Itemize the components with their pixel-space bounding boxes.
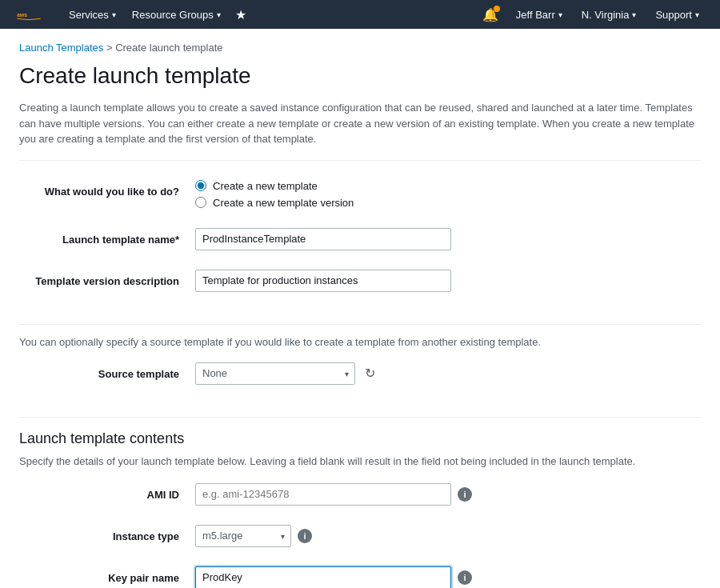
template-name-wrap (195, 228, 701, 250)
instance-type-select[interactable]: m5.large t2.micro t3.medium c5.large (195, 525, 291, 547)
form-row-template-desc: Template version description (19, 266, 701, 295)
key-pair-input[interactable] (195, 566, 451, 589)
refresh-icon: ↻ (365, 366, 375, 381)
form-row-intent: What would you like to do? Create a new … (19, 177, 701, 212)
radio-new-version[interactable] (195, 197, 206, 208)
instance-type-select-container: m5.large t2.micro t3.medium c5.large ▾ (195, 525, 291, 547)
form-row-source: Source template None ▾ ↻ (19, 359, 701, 388)
nav-region[interactable]: N. Virginia ▾ (574, 0, 645, 29)
nav-right: 🔔 Jeff Barr ▾ N. Virginia ▾ Support ▾ (482, 0, 707, 29)
aws-logo[interactable]: aws (13, 5, 45, 24)
top-nav: aws Services ▾ Resource Groups ▾ ★ 🔔 Jef… (0, 0, 720, 29)
nav-services[interactable]: Services ▾ (61, 0, 124, 29)
favorites-icon[interactable]: ★ (235, 7, 246, 22)
instance-type-info-icon[interactable]: i (298, 529, 312, 543)
intent-controls: Create a new template Create a new templ… (195, 180, 701, 209)
source-hint: You can optionally specify a source temp… (19, 336, 701, 348)
contents-hint: Specify the details of your launch templ… (19, 455, 701, 467)
template-desc-input[interactable] (195, 270, 451, 292)
form-row-template-name: Launch template name* (19, 225, 701, 254)
nav-resource-groups[interactable]: Resource Groups ▾ (124, 0, 229, 29)
radio-new-template-label: Create a new template (213, 180, 318, 192)
source-select-container: None ▾ (195, 362, 355, 385)
template-name-input[interactable] (195, 228, 451, 250)
radio-new-version-label: Create a new template version (213, 197, 354, 209)
key-pair-label: Key pair name (19, 566, 195, 586)
radio-new-version-item[interactable]: Create a new template version (195, 197, 701, 209)
contents-header: Launch template contents (19, 418, 701, 447)
form-row-ami: AMI ID i (19, 480, 701, 509)
nav-support[interactable]: Support ▾ (647, 0, 707, 29)
source-control-wrap: None ▾ ↻ (195, 362, 701, 385)
template-desc-label: Template version description (19, 270, 195, 289)
instance-type-label: Instance type (19, 525, 195, 544)
source-refresh-button[interactable]: ↻ (362, 364, 378, 382)
breadcrumb-parent-link[interactable]: Launch Templates (19, 42, 103, 54)
template-name-label: Launch template name* (19, 228, 195, 247)
key-pair-info-icon[interactable]: i (458, 570, 472, 585)
form-row-instance-type: Instance type m5.large t2.micro t3.mediu… (19, 522, 701, 550)
support-chevron-icon: ▾ (695, 10, 699, 19)
radio-new-template[interactable] (195, 180, 206, 191)
key-pair-control-wrap: i (195, 566, 701, 589)
main-content: Launch Templates > Create launch templat… (0, 29, 720, 588)
resource-groups-chevron-icon: ▾ (217, 10, 221, 19)
instance-type-wrap: m5.large t2.micro t3.medium c5.large ▾ i (195, 525, 701, 547)
page-description: Creating a launch template allows you to… (19, 100, 701, 161)
breadcrumb: Launch Templates > Create launch templat… (19, 42, 701, 54)
svg-text:aws: aws (17, 12, 27, 18)
source-template-select[interactable]: None (195, 362, 355, 385)
nav-user[interactable]: Jeff Barr ▾ (508, 0, 570, 29)
ami-control-wrap: i (195, 483, 701, 506)
services-chevron-icon: ▾ (112, 10, 116, 19)
breadcrumb-current: Create launch template (115, 42, 222, 54)
ami-info-icon[interactable]: i (458, 487, 472, 502)
form-section-intent: What would you like to do? Create a new … (19, 177, 701, 325)
notification-dot (494, 6, 500, 12)
form-row-key-pair: Key pair name i (19, 563, 701, 589)
user-chevron-icon: ▾ (558, 10, 562, 19)
source-label: Source template (19, 362, 195, 382)
intent-label: What would you like to do? (19, 180, 195, 199)
radio-new-template-item[interactable]: Create a new template (195, 180, 701, 192)
ami-input[interactable] (195, 483, 451, 506)
breadcrumb-separator: > (106, 42, 115, 54)
instance-type-control-wrap: m5.large t2.micro t3.medium c5.large ▾ i (195, 525, 701, 547)
page-title: Create launch template (19, 63, 701, 89)
source-select-wrap: None ▾ ↻ (195, 362, 701, 385)
template-contents-section: Launch template contents Specify the det… (19, 418, 701, 589)
region-chevron-icon: ▾ (632, 10, 636, 19)
notification-bell[interactable]: 🔔 (482, 7, 498, 22)
source-section: You can optionally specify a source temp… (19, 325, 701, 418)
template-desc-wrap (195, 270, 701, 292)
ami-label: AMI ID (19, 483, 195, 502)
intent-radio-group: Create a new template Create a new templ… (195, 180, 701, 209)
